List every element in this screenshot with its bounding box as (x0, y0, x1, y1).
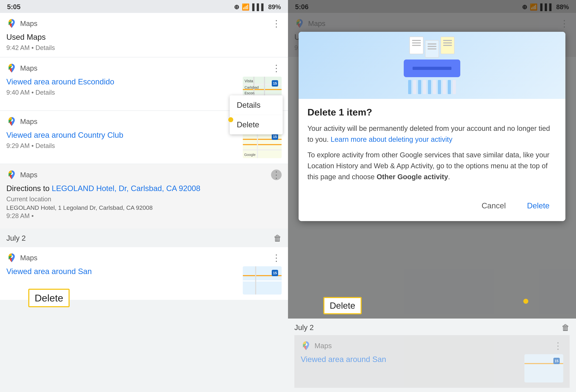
dialog-body-text-1: Your activity will be permanently delete… (307, 123, 557, 145)
san-thumbnail: 15 (243, 266, 282, 294)
shredder-image (404, 37, 460, 94)
right-bottom-section: July 2 🗑 Maps ⋮ View (288, 318, 576, 392)
freeway-shield-country: 15 (272, 133, 278, 140)
strip-9 (448, 80, 451, 94)
left-status-bar: 5:05 ⊕ 📶 ▌▌▌ 89% (0, 0, 288, 13)
card-app-label-1: Maps (20, 20, 37, 27)
cancel-button[interactable]: Cancel (475, 198, 513, 213)
overflow-menu-1[interactable]: ⋮ (271, 18, 282, 29)
legoland-subtitle: Current location (6, 195, 282, 203)
right-trash-icon[interactable]: 🗑 (562, 323, 570, 332)
strip-1 (408, 80, 411, 94)
right-san-app-label: Maps (315, 342, 332, 350)
dialog-body-text-2: To explore activity from other Google se… (307, 149, 557, 182)
freeway-shield-san: 15 (272, 270, 278, 276)
country-club-time: 9:29 AM • Details (6, 142, 239, 150)
yellow-dot-left (228, 117, 233, 122)
legoland-detail: LEGOLAND Hotel, 1 Legoland Dr, Carlsbad,… (6, 204, 282, 211)
location-icon: ⊕ (234, 3, 239, 11)
right-san-thumb: 15 (524, 354, 563, 382)
trash-icon-july2[interactable]: 🗑 (274, 234, 282, 243)
maps-icon-3 (6, 116, 17, 127)
right-freeway-shield: 15 (553, 358, 560, 364)
right-july2-label: July 2 (294, 323, 314, 332)
context-menu-details[interactable]: Details (230, 95, 283, 115)
dialog-illustration (299, 32, 565, 99)
country-club-title: Viewed area around Country Club (6, 130, 239, 140)
dialog-actions: Cancel Delete (299, 195, 565, 221)
doc-page-2 (425, 40, 439, 58)
google-label-country: Google (244, 153, 256, 157)
overflow-menu-4[interactable]: ⋮ (271, 170, 282, 180)
escondido-time: 9:40 AM • Details (6, 89, 239, 96)
wifi-icon: 📶 (242, 3, 250, 11)
maps-icon-1 (6, 18, 17, 29)
legoland-title: Directions to LEGOLAND Hotel, Dr, Carlsb… (6, 183, 282, 193)
docs-above-shredder (409, 37, 455, 58)
card-app-label-2: Maps (20, 64, 37, 72)
july2-label: July 2 (6, 234, 26, 242)
used-maps-title: Used Maps (6, 32, 282, 42)
strip-6 (433, 80, 436, 94)
used-maps-time: 9:42 AM • Details (6, 44, 282, 52)
right-phone-panel: 5:06 ⊕ 📶 ▌▌▌ 88% Maps (288, 0, 576, 392)
strip-8 (443, 80, 446, 94)
shredder-output (408, 80, 456, 94)
strip-2 (413, 80, 416, 94)
strip-10 (453, 80, 456, 94)
left-phone-panel: 5:05 ⊕ 📶 ▌▌▌ 89% Maps (0, 0, 288, 392)
delete-annotation-left: Delete (28, 289, 70, 307)
overflow-menu-5[interactable]: ⋮ (271, 253, 282, 263)
yellow-dot-right (523, 299, 528, 304)
escondido-title: Viewed area around Escondido (6, 77, 239, 87)
used-maps-card: Maps ⋮ Used Maps 9:42 AM • Details (0, 13, 288, 57)
freeway-shield-escondido: 15 (272, 80, 278, 86)
context-menu: Details Delete (230, 95, 283, 134)
delete-annotation-right: Delete (323, 297, 362, 314)
left-status-icons: ⊕ 📶 ▌▌▌ 89% (234, 3, 281, 11)
maps-icon-5 (6, 253, 17, 263)
activity-list: Maps ⋮ Used Maps 9:42 AM • Details (0, 13, 288, 392)
overflow-menu-2[interactable]: ⋮ (271, 63, 282, 74)
strip-3 (418, 80, 421, 94)
shredder-slot (413, 67, 451, 70)
legoland-time: 9:28 AM • (6, 212, 282, 220)
right-san-title: Viewed area around San (301, 354, 521, 364)
san-title: Viewed area around San (6, 266, 239, 276)
right-san-card: Maps ⋮ Viewed area around San 15 (294, 335, 570, 388)
dialog-other-google: Other Google activity (376, 173, 448, 181)
card-app-label-5: Maps (20, 254, 37, 262)
delete-dialog: Delete 1 item? Your activity will be per… (299, 32, 565, 221)
context-menu-delete[interactable]: Delete (230, 115, 283, 134)
legoland-card: Maps ⋮ Directions to LEGOLAND Hotel, Dr,… (0, 164, 288, 229)
july2-section: July 2 🗑 (0, 229, 288, 247)
card-app-label-3: Maps (20, 118, 37, 126)
maps-icon-2 (6, 63, 17, 74)
dialog-text-end: . (448, 173, 450, 181)
maps-icon-4 (6, 170, 17, 180)
dialog-body: Delete 1 item? Your activity will be per… (299, 99, 565, 195)
dialog-learn-more-link[interactable]: Learn more about deleting your activity (331, 135, 452, 143)
card-app-label-4: Maps (20, 171, 37, 179)
strip-4 (423, 80, 426, 94)
strip-5 (428, 80, 431, 94)
right-july2-section: July 2 🗑 (294, 323, 570, 335)
right-maps-icon-san (301, 340, 311, 351)
doc-page-3 (440, 37, 455, 54)
dialog-title: Delete 1 item? (307, 107, 557, 118)
signal-icon: ▌▌▌ (252, 3, 266, 11)
doc-page-1 (409, 37, 424, 54)
shredder-body (404, 59, 460, 77)
delete-confirm-button[interactable]: Delete (520, 198, 557, 213)
strip-7 (438, 80, 441, 94)
right-overflow-san: ⋮ (553, 340, 563, 351)
battery-text: 89% (268, 3, 281, 11)
left-status-time: 5:05 (7, 3, 21, 11)
